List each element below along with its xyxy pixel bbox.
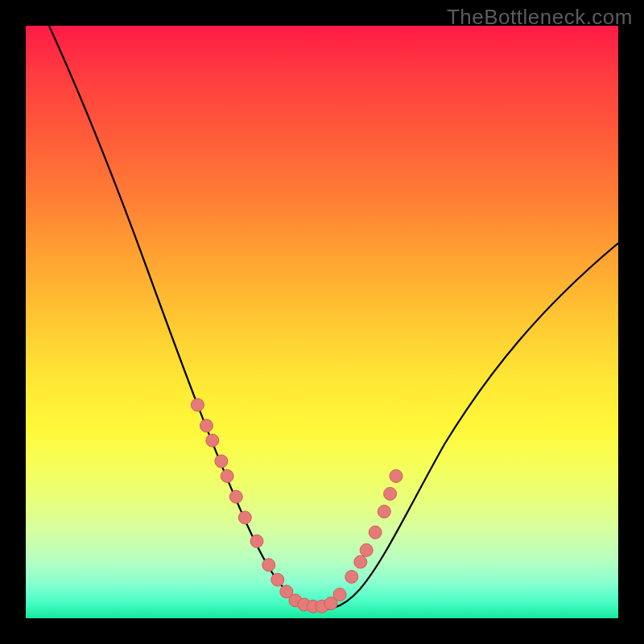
data-point: [250, 535, 263, 547]
data-point: [345, 571, 358, 584]
data-point: [200, 419, 213, 432]
data-point: [215, 455, 228, 468]
plot-area: [26, 26, 618, 618]
data-point: [390, 469, 402, 482]
data-point: [333, 588, 346, 601]
data-point: [191, 398, 204, 411]
marker-group: [191, 398, 402, 613]
data-point: [369, 526, 382, 539]
data-point: [378, 506, 390, 518]
data-point: [360, 543, 373, 556]
data-point: [271, 573, 284, 586]
chart-frame: TheBottleneck.com: [0, 0, 644, 644]
curve-layer: [26, 26, 618, 618]
data-point: [221, 469, 233, 482]
watermark-text: TheBottleneck.com: [447, 5, 633, 30]
data-point: [384, 487, 397, 500]
data-point: [229, 490, 242, 503]
bottleneck-curve: [49, 26, 618, 609]
data-point: [354, 555, 367, 568]
data-point: [206, 434, 219, 447]
data-point: [262, 559, 275, 572]
data-point: [238, 511, 251, 524]
